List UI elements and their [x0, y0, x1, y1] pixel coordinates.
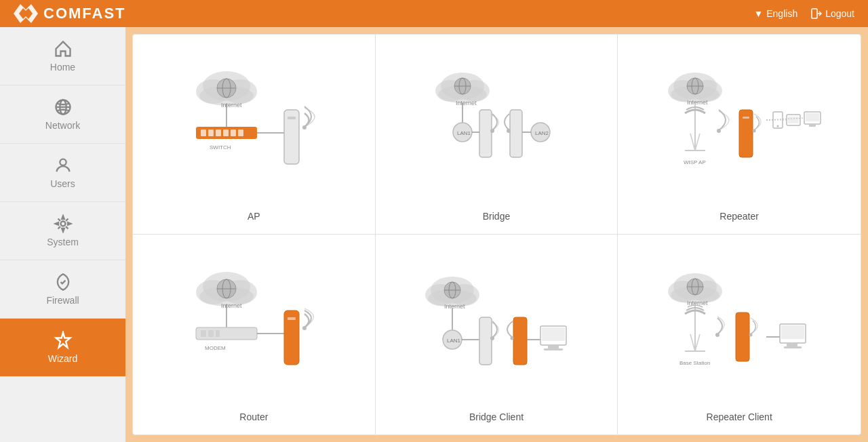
logout-button[interactable]: Logout: [811, 8, 854, 19]
svg-point-128: [715, 333, 719, 337]
language-label: English: [766, 8, 797, 19]
svg-rect-64: [743, 117, 749, 119]
svg-line-60: [695, 134, 700, 150]
router-diagram: Internet MODEM: [140, 241, 368, 406]
router-label: Router: [239, 411, 268, 428]
bridge-diagram: Internet LAN1: [382, 41, 611, 205]
svg-rect-106: [479, 317, 492, 365]
svg-line-126: [695, 334, 700, 351]
svg-point-65: [753, 129, 756, 133]
svg-rect-133: [781, 325, 804, 339]
sidebar-item-network[interactable]: Network: [0, 85, 125, 144]
bridge-client-label: Bridge Client: [469, 411, 524, 428]
svg-rect-28: [288, 117, 296, 119]
svg-rect-129: [736, 313, 749, 361]
svg-rect-113: [548, 345, 559, 348]
svg-rect-114: [544, 348, 563, 350]
svg-rect-92: [288, 317, 296, 320]
svg-text:Base Station: Base Station: [679, 360, 710, 366]
svg-rect-72: [809, 124, 816, 127]
svg-text:LAN1: LAN1: [457, 130, 471, 136]
svg-text:Internet: Internet: [444, 303, 465, 310]
logo-text: COMFAST: [43, 5, 126, 22]
svg-rect-44: [510, 110, 522, 157]
svg-rect-86: [201, 330, 206, 337]
svg-rect-21: [216, 129, 221, 136]
svg-rect-112: [542, 327, 565, 341]
svg-line-125: [690, 334, 695, 351]
mode-repeater[interactable]: Internet WISP AP: [618, 35, 861, 235]
svg-point-67: [777, 125, 779, 127]
svg-point-29: [302, 125, 307, 129]
svg-rect-23: [231, 129, 236, 136]
logo: COMFAST: [14, 4, 126, 23]
svg-rect-69: [788, 117, 799, 123]
sidebar-label-wizard: Wizard: [48, 353, 78, 364]
svg-rect-41: [479, 110, 492, 157]
svg-text:SWITCH: SWITCH: [210, 144, 231, 150]
ap-diagram: Internet SWITCH: [140, 41, 368, 205]
svg-line-59: [690, 134, 695, 150]
sidebar-item-wizard[interactable]: Wizard: [0, 319, 125, 377]
bridge-label: Bridge: [483, 211, 510, 227]
svg-text:Internet: Internet: [456, 100, 477, 106]
svg-text:Internet: Internet: [687, 99, 708, 106]
ap-label: AP: [248, 211, 260, 227]
mode-ap[interactable]: Internet SWITCH: [133, 35, 376, 235]
svg-point-107: [490, 336, 494, 340]
mode-bridge[interactable]: Internet LAN1: [376, 35, 618, 235]
sidebar-label-system: System: [47, 237, 79, 247]
svg-rect-135: [784, 346, 802, 348]
logout-label: Logout: [825, 8, 854, 19]
mode-selection-grid: Internet SWITCH: [132, 34, 861, 435]
sidebar-label-network: Network: [45, 120, 80, 131]
svg-point-45: [507, 129, 511, 133]
sidebar: Home Network Users: [0, 27, 125, 442]
repeater-client-label: Repeater Client: [707, 411, 772, 428]
svg-text:WISP AP: WISP AP: [684, 159, 706, 165]
main-layout: Home Network Users: [0, 27, 868, 442]
svg-rect-71: [806, 113, 819, 121]
svg-rect-19: [201, 129, 206, 136]
repeater-label: Repeater: [719, 211, 759, 227]
mode-bridge-client[interactable]: Internet LAN1: [376, 235, 618, 435]
svg-rect-134: [787, 343, 797, 346]
header: COMFAST ▼ English Logout: [0, 0, 868, 27]
mode-router[interactable]: Internet MODEM: [133, 235, 376, 435]
svg-point-130: [749, 333, 753, 336]
svg-text:Internet: Internet: [221, 302, 242, 309]
repeater-client-diagram: Internet Base Station: [625, 241, 854, 406]
svg-rect-22: [223, 129, 229, 136]
sidebar-item-users[interactable]: Users: [0, 144, 125, 202]
sidebar-item-system[interactable]: System: [0, 202, 125, 260]
repeater-diagram: Internet WISP AP: [625, 41, 854, 205]
svg-rect-108: [513, 317, 527, 365]
svg-rect-2: [812, 9, 817, 18]
svg-point-43: [490, 129, 494, 133]
sidebar-item-home[interactable]: Home: [0, 27, 125, 85]
header-right: ▼ English Logout: [753, 8, 854, 19]
svg-point-7: [60, 159, 66, 165]
svg-text:Internet: Internet: [221, 102, 242, 108]
svg-text:LAN2: LAN2: [535, 130, 549, 136]
bridge-client-diagram: Internet LAN1: [382, 241, 611, 406]
svg-point-62: [717, 129, 721, 133]
sidebar-item-firewall[interactable]: Firewall: [0, 260, 125, 319]
sidebar-label-firewall: Firewall: [46, 295, 79, 306]
svg-rect-20: [208, 129, 214, 136]
svg-text:MODEM: MODEM: [205, 345, 226, 351]
svg-rect-24: [238, 129, 243, 136]
svg-text:LAN1: LAN1: [447, 338, 461, 344]
triangle-icon: ▼: [753, 8, 763, 19]
language-selector[interactable]: ▼ English: [753, 8, 797, 19]
svg-point-109: [510, 336, 513, 340]
sidebar-label-users: Users: [50, 178, 75, 189]
svg-point-8: [60, 222, 65, 226]
svg-point-93: [302, 326, 307, 330]
svg-rect-88: [216, 330, 220, 337]
mode-repeater-client[interactable]: Internet Base Station: [618, 235, 861, 435]
svg-rect-87: [208, 330, 214, 337]
sidebar-label-home: Home: [50, 62, 75, 73]
